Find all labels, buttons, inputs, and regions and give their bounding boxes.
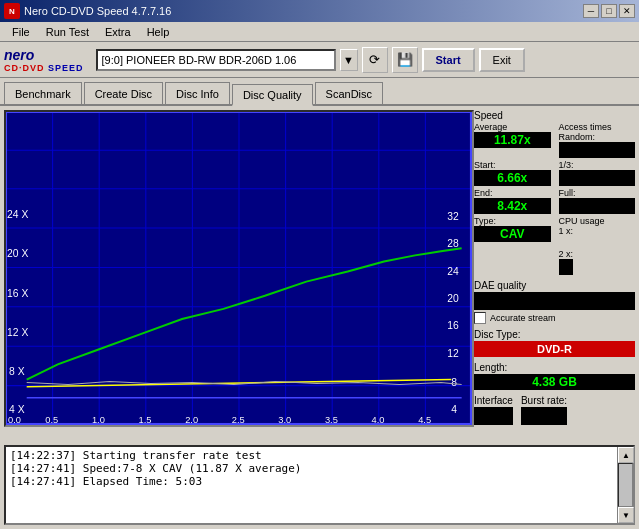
- minimize-button[interactable]: ─: [583, 4, 599, 18]
- menu-help[interactable]: Help: [139, 24, 178, 40]
- svg-text:0.0: 0.0: [8, 415, 21, 425]
- full-label: Full:: [559, 188, 636, 198]
- start-button[interactable]: Start: [422, 48, 475, 72]
- access-times-label: Access times: [559, 122, 636, 132]
- speed-avg-row: Average 11.87x Access times Random:: [474, 122, 635, 158]
- svg-text:20: 20: [447, 293, 459, 304]
- interface-section: Interface Burst rate:: [474, 395, 635, 425]
- svg-text:3.0: 3.0: [278, 415, 291, 425]
- drive-selector[interactable]: [9:0] PIONEER BD-RW BDR-206D 1.06: [98, 54, 301, 66]
- refresh-button[interactable]: ⟳: [362, 47, 388, 73]
- cpu-2x-value: [559, 259, 574, 275]
- start-label: Start:: [474, 160, 551, 170]
- svg-text:1.5: 1.5: [139, 415, 152, 425]
- chart-area: 4 X 8 X 12 X 16 X 20 X 24 X 4 8 12 16 20…: [4, 110, 474, 427]
- access-times-col: Access times Random:: [559, 122, 636, 158]
- accurate-stream-label: Accurate stream: [490, 313, 556, 323]
- svg-text:4: 4: [451, 404, 457, 415]
- svg-text:2.0: 2.0: [185, 415, 198, 425]
- save-button[interactable]: 💾: [392, 47, 418, 73]
- onethird-col: 1/3:: [559, 160, 636, 186]
- chart-svg: 4 X 8 X 12 X 16 X 20 X 24 X 4 8 12 16 20…: [6, 112, 472, 425]
- svg-text:1.0: 1.0: [92, 415, 105, 425]
- tab-create-disc[interactable]: Create Disc: [84, 82, 163, 104]
- svg-text:8 X: 8 X: [9, 366, 25, 377]
- svg-text:20 X: 20 X: [7, 249, 28, 260]
- menu-run-test[interactable]: Run Test: [38, 24, 97, 40]
- svg-text:16: 16: [447, 320, 459, 331]
- scroll-up-button[interactable]: ▲: [618, 447, 634, 463]
- end-label: End:: [474, 188, 551, 198]
- speed-label: Speed: [474, 110, 635, 121]
- length-section: Length: 4.38 GB: [474, 362, 635, 390]
- menu-extra[interactable]: Extra: [97, 24, 139, 40]
- cpu-section-full: 2 x:: [474, 247, 635, 275]
- scroll-down-button[interactable]: ▼: [618, 507, 634, 523]
- full-col: Full:: [559, 188, 636, 214]
- x-axis-labels: [4, 427, 474, 445]
- type-row: Type: CAV CPU usage 1 x:: [474, 216, 635, 242]
- length-value: 4.38 GB: [474, 374, 635, 390]
- type-col: Type: CAV: [474, 216, 551, 242]
- dae-value: [474, 292, 635, 310]
- log-content: [14:22:37] Starting transfer rate test […: [6, 447, 617, 523]
- content-area: 4 X 8 X 12 X 16 X 20 X 24 X 4 8 12 16 20…: [0, 106, 639, 445]
- maximize-button[interactable]: □: [601, 4, 617, 18]
- avg-value: 11.87x: [474, 132, 551, 148]
- nero-logo: nero CD·DVD SPEED: [4, 47, 84, 73]
- avg-label: Average: [474, 122, 551, 132]
- svg-text:0.5: 0.5: [45, 415, 58, 425]
- app-icon: N: [4, 3, 20, 19]
- menu-bar: File Run Test Extra Help: [0, 22, 639, 42]
- type-value: CAV: [474, 226, 551, 242]
- tab-disc-info[interactable]: Disc Info: [165, 82, 230, 104]
- svg-text:4.0: 4.0: [372, 415, 385, 425]
- tab-benchmark[interactable]: Benchmark: [4, 82, 82, 104]
- type-label: Type:: [474, 216, 551, 226]
- svg-text:4 X: 4 X: [9, 404, 25, 415]
- nero-top-text: nero: [4, 47, 34, 63]
- svg-text:2.5: 2.5: [232, 415, 245, 425]
- speed-avg-col: Average 11.87x: [474, 122, 551, 158]
- log-line-3: [14:27:41] Elapsed Time: 5:03: [10, 475, 613, 488]
- random-label: Random:: [559, 132, 636, 142]
- interface-label: Interface: [474, 395, 513, 406]
- svg-text:24 X: 24 X: [7, 209, 28, 220]
- svg-text:24: 24: [447, 266, 459, 277]
- dae-label: DAE quality: [474, 280, 635, 291]
- end-col: End: 8.42x: [474, 188, 551, 214]
- end-value: 8.42x: [474, 198, 551, 214]
- title-bar: N Nero CD-DVD Speed 4.7.7.16 ─ □ ✕: [0, 0, 639, 22]
- cpu-rows: 2 x:: [474, 247, 635, 275]
- menu-file[interactable]: File: [4, 24, 38, 40]
- exit-button[interactable]: Exit: [479, 48, 525, 72]
- scroll-thumb[interactable]: [618, 463, 633, 507]
- onethird-value: [559, 170, 636, 186]
- start-value: 6.66x: [474, 170, 551, 186]
- disc-type-value: DVD-R: [474, 341, 635, 357]
- random-value: [559, 142, 636, 158]
- tabs-bar: Benchmark Create Disc Disc Info Disc Qua…: [0, 78, 639, 106]
- log-line-1: [14:22:37] Starting transfer rate test: [10, 449, 613, 462]
- accurate-stream-row: Accurate stream: [474, 312, 635, 324]
- svg-text:8: 8: [451, 377, 457, 388]
- toolbar: nero CD·DVD SPEED [9:0] PIONEER BD-RW BD…: [0, 42, 639, 78]
- svg-text:12 X: 12 X: [7, 327, 28, 338]
- tab-scan-disc[interactable]: ScanDisc: [315, 82, 383, 104]
- cpu-2x-label: 2 x:: [559, 249, 574, 259]
- tab-disc-quality[interactable]: Disc Quality: [232, 84, 313, 106]
- speed-section: Speed Average 11.87x Access times Random…: [474, 110, 635, 242]
- accurate-stream-checkbox[interactable]: [474, 312, 486, 324]
- svg-text:28: 28: [447, 238, 459, 249]
- burst-rate-label: Burst rate:: [521, 395, 567, 406]
- svg-text:16 X: 16 X: [7, 288, 28, 299]
- close-button[interactable]: ✕: [619, 4, 635, 18]
- svg-text:12: 12: [447, 348, 459, 359]
- svg-text:3.5: 3.5: [325, 415, 338, 425]
- drive-dropdown-arrow[interactable]: ▼: [340, 49, 358, 71]
- disc-type-label: Disc Type:: [474, 329, 635, 340]
- start-row: Start: 6.66x 1/3:: [474, 160, 635, 186]
- onethird-label: 1/3:: [559, 160, 636, 170]
- svg-text:32: 32: [447, 211, 459, 222]
- right-panel: Speed Average 11.87x Access times Random…: [474, 106, 639, 445]
